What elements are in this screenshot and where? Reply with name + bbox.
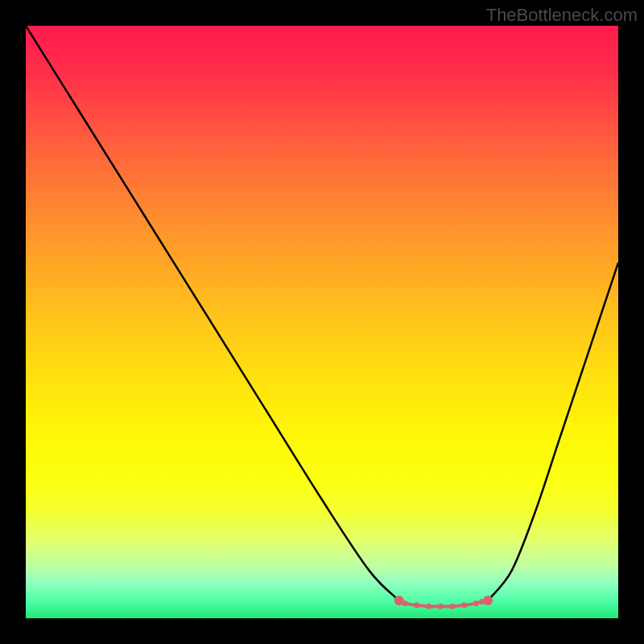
marker-dot bbox=[473, 601, 479, 606]
marker-dot bbox=[426, 604, 431, 609]
chart-svg bbox=[26, 26, 618, 618]
marker-dot bbox=[438, 604, 444, 609]
curve-right bbox=[488, 262, 618, 601]
marker-dot bbox=[414, 602, 419, 608]
curve-left bbox=[26, 26, 399, 601]
marker-dot bbox=[449, 604, 455, 609]
watermark-text: TheBottleneck.com bbox=[486, 5, 638, 26]
marker-dot bbox=[402, 601, 408, 606]
marker-dot bbox=[461, 602, 467, 608]
marker-dot bbox=[483, 596, 493, 605]
chart-container: TheBottleneck.com bbox=[0, 0, 644, 644]
